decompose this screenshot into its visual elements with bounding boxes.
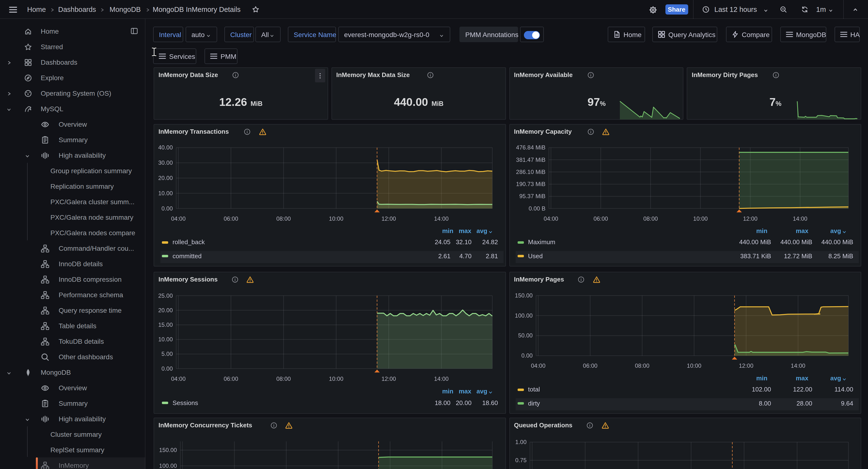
svg-text:14:00: 14:00 bbox=[434, 375, 448, 382]
svg-text:08:00: 08:00 bbox=[634, 362, 649, 369]
svg-text:100.00: 100.00 bbox=[515, 312, 532, 318]
svg-text:10.00: 10.00 bbox=[158, 336, 173, 342]
svg-text:12:00: 12:00 bbox=[381, 215, 396, 222]
svg-text:04:00: 04:00 bbox=[544, 215, 558, 222]
svg-text:04:00: 04:00 bbox=[531, 362, 545, 369]
svg-text:476.84 MiB: 476.84 MiB bbox=[516, 144, 545, 151]
svg-text:190.73 MiB: 190.73 MiB bbox=[516, 181, 545, 187]
svg-text:20.00: 20.00 bbox=[158, 175, 173, 181]
svg-text:30.00: 30.00 bbox=[158, 159, 173, 166]
svg-text:25.00: 25.00 bbox=[158, 292, 173, 299]
svg-text:12:00: 12:00 bbox=[739, 362, 753, 369]
svg-text:50.00: 50.00 bbox=[518, 332, 532, 338]
svg-text:150.00: 150.00 bbox=[515, 292, 532, 299]
svg-text:10.00: 10.00 bbox=[158, 190, 173, 196]
svg-text:0.00: 0.00 bbox=[521, 352, 532, 358]
svg-text:0.00: 0.00 bbox=[161, 205, 173, 212]
svg-text:06:00: 06:00 bbox=[583, 362, 597, 369]
svg-text:06:00: 06:00 bbox=[224, 375, 238, 382]
svg-text:150.00: 150.00 bbox=[159, 447, 177, 453]
svg-text:06:00: 06:00 bbox=[593, 215, 608, 222]
svg-text:0.75: 0.75 bbox=[515, 457, 526, 463]
svg-text:12:00: 12:00 bbox=[743, 215, 757, 222]
svg-text:40.00: 40.00 bbox=[158, 144, 173, 151]
svg-text:5.00: 5.00 bbox=[161, 350, 173, 357]
svg-text:10:00: 10:00 bbox=[693, 215, 708, 222]
svg-text:14:00: 14:00 bbox=[790, 362, 805, 369]
svg-text:04:00: 04:00 bbox=[171, 375, 186, 382]
svg-text:100.00: 100.00 bbox=[159, 463, 177, 469]
svg-text:14:00: 14:00 bbox=[793, 215, 807, 222]
svg-text:15.00: 15.00 bbox=[158, 321, 173, 328]
svg-text:95.37 MiB: 95.37 MiB bbox=[519, 193, 545, 199]
svg-text:381.47 MiB: 381.47 MiB bbox=[516, 156, 545, 163]
svg-text:10:00: 10:00 bbox=[329, 215, 343, 222]
svg-text:10:00: 10:00 bbox=[686, 362, 701, 369]
svg-text:20.00: 20.00 bbox=[158, 307, 173, 313]
svg-text:08:00: 08:00 bbox=[276, 375, 291, 382]
svg-text:08:00: 08:00 bbox=[643, 215, 658, 222]
svg-text:08:00: 08:00 bbox=[276, 215, 291, 222]
svg-text:0.00: 0.00 bbox=[161, 365, 173, 372]
svg-text:06:00: 06:00 bbox=[224, 215, 238, 222]
svg-text:14:00: 14:00 bbox=[434, 215, 448, 222]
svg-text:0.00 B: 0.00 B bbox=[528, 205, 545, 212]
svg-text:286.10 MiB: 286.10 MiB bbox=[516, 168, 545, 175]
svg-text:12:00: 12:00 bbox=[381, 375, 396, 382]
svg-text:04:00: 04:00 bbox=[171, 215, 186, 222]
svg-text:10:00: 10:00 bbox=[329, 375, 343, 382]
svg-text:1.00: 1.00 bbox=[515, 439, 526, 445]
